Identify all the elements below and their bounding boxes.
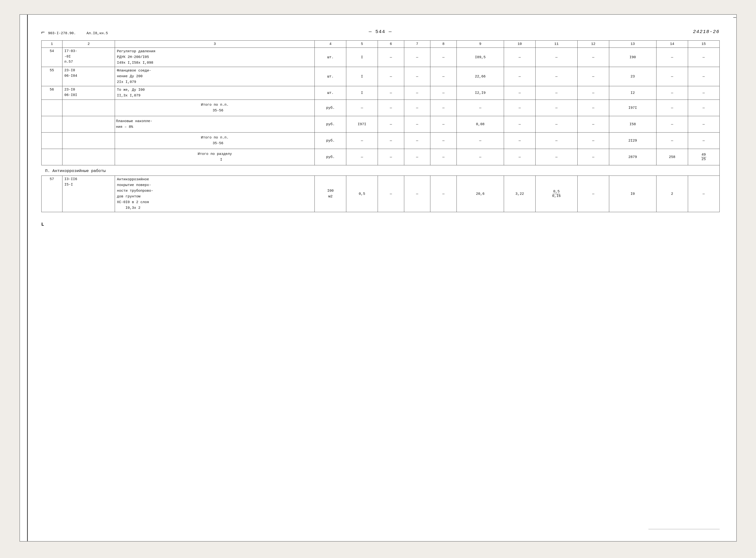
row-code: I7-03- -0I п.57	[62, 48, 115, 67]
row-col12: —	[577, 67, 609, 86]
col-header-9: 9	[457, 41, 504, 48]
fraction-denominator: 0,I6	[552, 194, 561, 198]
row-col10: —	[504, 86, 536, 100]
summary-col13: 2I29	[609, 132, 656, 149]
summary-col13: I97I	[609, 100, 656, 116]
col-header-7: 7	[404, 41, 431, 48]
row-desc: Регулятор давленияРДУК 2Н-200/I05I49х I,…	[115, 48, 315, 67]
summary-col7: —	[404, 149, 431, 165]
col-header-5: 5	[346, 41, 378, 48]
summary-col6: —	[377, 149, 404, 165]
top-dash: —	[733, 15, 736, 20]
row-unit: шт.	[315, 48, 346, 67]
summary-col6: —	[377, 132, 404, 149]
summary-code-blank	[62, 100, 115, 116]
left-border	[27, 15, 28, 541]
summary-col6: —	[377, 116, 404, 132]
col-header-10: 10	[504, 41, 536, 48]
summary-label: Плановые накопле-ния – 8%	[115, 116, 315, 132]
summary-col15: 49 25	[688, 149, 720, 165]
summary-col15: —	[688, 100, 720, 116]
summary-col8: —	[431, 100, 457, 116]
row-col12: —	[577, 48, 609, 67]
row-col8: —	[431, 48, 457, 67]
main-table: 1 2 3 4 5 6 7 8 9 10 11 12 13 14 15 54 I…	[41, 41, 720, 212]
row-col5: I	[346, 86, 378, 100]
summary-col10: —	[504, 116, 536, 132]
row-col11: 0,5 0,I6	[536, 176, 577, 212]
summary-row: Плановые накопле-ния – 8% руб. I97I — — …	[41, 116, 720, 132]
header-left: ⌐ 903-I-278.90. Ал.I8,кн.5	[41, 29, 108, 36]
summary-row: Итого по п.п. 35-56 руб. — — — — — — — —…	[41, 100, 720, 116]
fraction-numerator: 0,5	[553, 189, 560, 194]
row-num: 57	[41, 176, 62, 212]
summary-num-blank	[41, 100, 62, 116]
summary-col10: —	[504, 132, 536, 149]
col-header-14: 14	[656, 41, 688, 48]
row-col11: —	[536, 86, 577, 100]
row-col14: 2	[656, 176, 688, 212]
row-col7: —	[404, 86, 431, 100]
row-code: I3-II6 I5-I	[62, 176, 115, 212]
summary-col15: —	[688, 132, 720, 149]
summary-col12: —	[577, 116, 609, 132]
summary-unit: руб.	[315, 116, 346, 132]
col-header-8: 8	[431, 41, 457, 48]
summary-col9: 0,08	[457, 116, 504, 132]
doc-ref: Ал.I8,кн.5	[86, 31, 108, 35]
summary-code-blank	[62, 149, 115, 165]
row-desc: Фланцевое соеди-нение Ду 2002Iх I,079	[115, 67, 315, 86]
section-title: П. Антикоррозийные работы	[41, 165, 720, 176]
summary-col10: —	[504, 149, 536, 165]
summary-col8: —	[431, 132, 457, 149]
row-col6: —	[377, 48, 404, 67]
summary-col9: —	[457, 149, 504, 165]
col-header-11: 11	[536, 41, 577, 48]
summary-col14: —	[656, 100, 688, 116]
summary-col11: —	[536, 149, 577, 165]
summary-col5: —	[346, 132, 378, 149]
summary-col13: I58	[609, 116, 656, 132]
summary-col8: —	[431, 116, 457, 132]
row-col5: I	[346, 48, 378, 67]
header-right: 24218-26	[693, 29, 720, 34]
summary-code-blank	[62, 132, 115, 149]
row-col14: —	[656, 48, 688, 67]
row-col11: —	[536, 67, 577, 86]
summary-col14: 258	[656, 149, 688, 165]
row-col8: —	[431, 176, 457, 212]
row-col14: —	[656, 67, 688, 86]
col-header-2: 2	[62, 41, 115, 48]
row-col5: I	[346, 67, 378, 86]
row-num: 54	[41, 48, 62, 67]
fraction-denominator: 25	[701, 157, 706, 161]
col-header-1: 1	[41, 41, 62, 48]
summary-col7: —	[404, 116, 431, 132]
unit-bottom: м2	[328, 195, 333, 199]
summary-label: Итого по п.п. 35-56	[115, 100, 315, 116]
bottom-mark: L	[41, 222, 720, 227]
row-col7: —	[404, 176, 431, 212]
col-header-6: 6	[377, 41, 404, 48]
row-col12: —	[577, 176, 609, 212]
summary-col6: —	[377, 100, 404, 116]
summary-col11: —	[536, 100, 577, 116]
col-header-13: 13	[609, 41, 656, 48]
summary-col11: —	[536, 116, 577, 132]
summary-label: Итого по п.п. 35-56	[115, 132, 315, 149]
header: ⌐ 903-I-278.90. Ал.I8,кн.5 — 544 — 24218…	[41, 29, 720, 36]
summary-col12: —	[577, 149, 609, 165]
summary-col13: 2879	[609, 149, 656, 165]
summary-row: Итого по разделу I руб. — — — — — — — — …	[41, 149, 720, 165]
summary-col7: —	[404, 100, 431, 116]
summary-unit: руб.	[315, 132, 346, 149]
summary-col5: I97I	[346, 116, 378, 132]
page: — ⌐ 903-I-278.90. Ал.I8,кн.5 — 544 — 242…	[20, 14, 737, 541]
summary-col14: —	[656, 116, 688, 132]
table-row: 54 I7-03- -0I п.57 Регулятор давленияРДУ…	[41, 48, 720, 67]
summary-label: Итого по разделу I	[115, 149, 315, 165]
summary-num-blank	[41, 149, 62, 165]
row-col13: I0	[609, 176, 656, 212]
row-col5: 0,5	[346, 176, 378, 212]
col-header-4: 4	[315, 41, 346, 48]
